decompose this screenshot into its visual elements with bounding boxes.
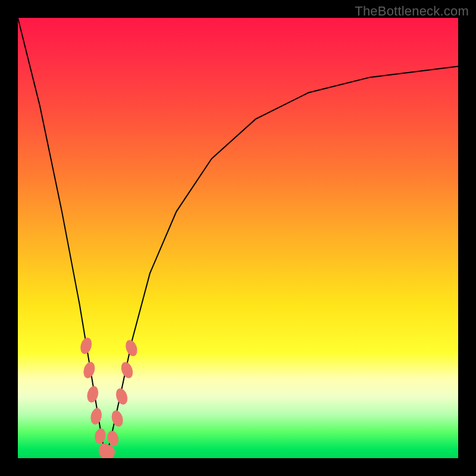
marker-dot bbox=[82, 361, 96, 380]
marker-dot bbox=[110, 409, 125, 428]
marker-dot bbox=[119, 361, 134, 380]
marker-dot bbox=[93, 428, 107, 445]
marker-dot bbox=[106, 430, 120, 447]
plot-area bbox=[18, 18, 458, 458]
marker-dot bbox=[86, 385, 100, 404]
watermark-text: TheBottleneck.com bbox=[355, 4, 469, 19]
bottleneck-curve bbox=[18, 18, 458, 458]
chart-frame: TheBottleneck.com bbox=[0, 0, 476, 476]
marker-dot bbox=[114, 387, 130, 406]
marker-dot bbox=[89, 407, 103, 425]
marker-dot bbox=[79, 336, 93, 355]
chart-svg bbox=[18, 18, 458, 458]
marker-dot bbox=[124, 339, 139, 358]
